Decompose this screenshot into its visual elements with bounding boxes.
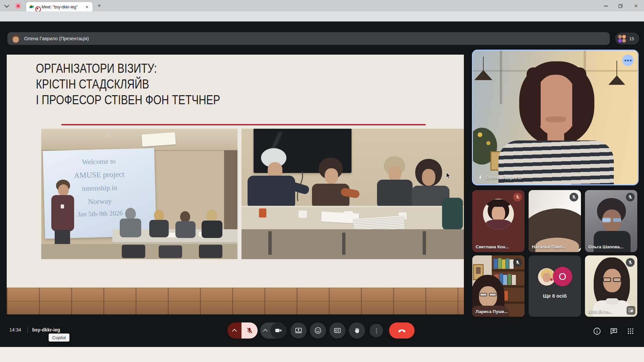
pinned-tab-icon[interactable] bbox=[15, 3, 21, 9]
mic-muted-icon bbox=[513, 193, 522, 201]
browser-toolbar: ← → https://meet.google.com/bsy-dkkr-ieg… bbox=[0, 11, 644, 21]
avatar bbox=[483, 199, 514, 230]
new-tab-button[interactable]: + bbox=[96, 2, 103, 9]
chevron-up-icon bbox=[263, 328, 268, 333]
overflow-label: Ще 8 осіб bbox=[529, 293, 581, 299]
smiley-icon bbox=[314, 327, 322, 334]
mic-mute-button[interactable] bbox=[241, 322, 258, 339]
mic-options-button[interactable] bbox=[227, 322, 241, 339]
divider bbox=[28, 327, 28, 333]
end-call-button[interactable] bbox=[389, 322, 415, 339]
participants-count: 15 bbox=[629, 36, 634, 41]
tile-name: Віта Буте... bbox=[588, 309, 612, 314]
more-options-button[interactable]: ⋮ bbox=[370, 324, 383, 337]
meet-logo-icon bbox=[29, 4, 34, 10]
tile-name: Ольга Шапова... bbox=[588, 244, 623, 249]
slide-title: ОРГАНІЗАТОРИ ВІЗИТУ: КРІСТІН СТАДСКЛЯЙВ … bbox=[36, 60, 266, 108]
video-tile-olga[interactable]: Ольга Шапова... bbox=[585, 190, 637, 252]
participants-button[interactable]: 15 bbox=[615, 33, 639, 45]
mouse-cursor bbox=[446, 172, 451, 179]
browser-tab-meet[interactable]: Meet: "bsy-dkkr-ieg" × bbox=[26, 2, 93, 11]
meeting-details-button[interactable] bbox=[592, 326, 602, 336]
window-close-button[interactable]: × bbox=[631, 3, 641, 9]
copilot-tooltip: Copilot bbox=[49, 334, 69, 342]
ceiling-light bbox=[142, 132, 176, 147]
recording-indicator-icon bbox=[35, 6, 41, 12]
presenter-banner[interactable]: Олена Гаврило (Презентація) bbox=[7, 32, 610, 45]
tile-name: Наталья Павл... bbox=[532, 244, 566, 249]
overflow-tile-more-people[interactable]: O Ще 8 осіб bbox=[529, 255, 581, 317]
camera-control-group bbox=[260, 322, 286, 339]
browser-tab-strip: Meet: "bsy-dkkr-ieg" × + × bbox=[0, 0, 644, 11]
camera-icon bbox=[275, 327, 282, 334]
chevron-up-icon bbox=[232, 328, 237, 333]
meeting-clock: 14:34 bbox=[9, 327, 21, 333]
raise-hand-button[interactable] bbox=[349, 322, 365, 339]
presenter-avatar bbox=[11, 34, 20, 43]
windows-taskbar: zm 24 W bbox=[0, 347, 644, 362]
video-tile-svetlana[interactable]: Светлана Кон... bbox=[472, 190, 525, 252]
slide-photo-table-discussion bbox=[241, 129, 464, 259]
end-call-icon bbox=[397, 326, 406, 335]
shared-presentation-tile[interactable]: ОРГАНІЗАТОРИ ВІЗИТУ: КРІСТІН СТАДСКЛЯЙВ … bbox=[7, 55, 464, 314]
captions-button[interactable] bbox=[329, 322, 345, 339]
tile-name: Лариса Пушк... bbox=[476, 309, 508, 314]
mic-off-icon bbox=[246, 327, 253, 334]
chat-icon bbox=[610, 327, 618, 335]
chat-button[interactable] bbox=[609, 326, 619, 336]
backpack bbox=[442, 198, 463, 230]
mic-control-group bbox=[227, 322, 258, 339]
overflow-letter-badge: O bbox=[553, 267, 572, 286]
mic-muted-icon bbox=[570, 193, 578, 201]
slide-wood-floor bbox=[7, 288, 464, 314]
tile-options-button[interactable] bbox=[622, 55, 634, 66]
slide-accent-line bbox=[61, 124, 426, 125]
slide-photo-presentation-room: Welcome to AMUSE project internship in N… bbox=[41, 129, 237, 259]
video-tile-vita[interactable]: Віта Буте... bbox=[585, 255, 637, 317]
present-button[interactable] bbox=[290, 322, 307, 339]
tab-close-button[interactable]: × bbox=[84, 4, 90, 10]
mic-muted-icon bbox=[626, 258, 635, 267]
raise-hand-icon bbox=[354, 327, 360, 334]
tab-search-button[interactable] bbox=[3, 2, 11, 10]
presenter-label: Олена Гаврило (Презентація) bbox=[24, 36, 89, 41]
video-tile-natalya[interactable]: Наталья Павл... bbox=[529, 190, 581, 252]
window-restore-button[interactable] bbox=[616, 3, 625, 9]
tile-name: Светлана Кон... bbox=[476, 244, 509, 249]
main-video-tile[interactable]: Олена Гаврило bbox=[472, 50, 639, 185]
participant-avatars-icon bbox=[618, 34, 627, 43]
camera-button[interactable] bbox=[270, 322, 286, 339]
main-tile-name: Олена Гаврило bbox=[486, 175, 522, 180]
mic-muted-icon bbox=[626, 193, 635, 201]
picture-in-picture-icon[interactable] bbox=[627, 306, 635, 315]
present-screen-icon bbox=[295, 327, 302, 334]
activities-button[interactable] bbox=[626, 326, 635, 336]
reactions-button[interactable] bbox=[310, 322, 326, 339]
chevron-down-icon bbox=[4, 3, 9, 8]
info-icon bbox=[593, 327, 601, 335]
captions-icon bbox=[334, 327, 341, 334]
meeting-code: bsy-dkkr-ieg bbox=[32, 327, 60, 333]
pendant-lamp bbox=[483, 57, 484, 71]
window-minimize-button[interactable] bbox=[601, 3, 610, 9]
pin-icon bbox=[478, 175, 483, 180]
screen: Meet: "bsy-dkkr-ieg" × + × ← → https://m… bbox=[0, 0, 644, 362]
video-tile-larisa[interactable]: Лариса Пушк... bbox=[472, 255, 525, 317]
red-cup bbox=[259, 208, 266, 218]
grid-icon bbox=[627, 327, 634, 335]
tab-title: Meet: "bsy-dkkr-ieg" bbox=[42, 5, 81, 9]
mic-muted-icon bbox=[513, 258, 522, 267]
